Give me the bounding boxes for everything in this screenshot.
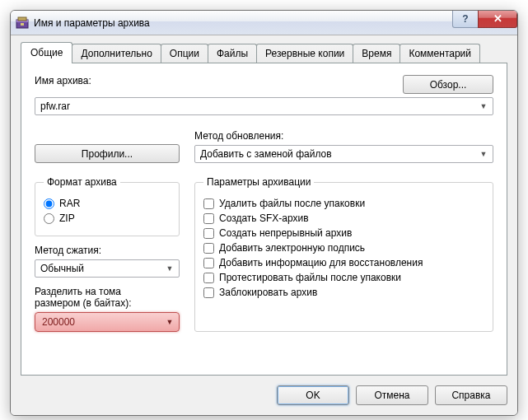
split-size-value: 200000 bbox=[42, 316, 164, 328]
help-footer-button[interactable]: Справка bbox=[435, 385, 507, 405]
help-button[interactable]: ? bbox=[452, 10, 479, 28]
param-label: Создать непрерывный архив bbox=[219, 227, 352, 239]
params-fieldset: Параметры архивации Удалить файлы после … bbox=[194, 176, 493, 332]
tab-files[interactable]: Файлы bbox=[208, 44, 257, 63]
format-legend: Формат архива bbox=[44, 176, 120, 188]
dialog-window: Имя и параметры архива ? ✕ Общие Дополни… bbox=[10, 10, 518, 416]
compression-value: Обычный bbox=[40, 263, 164, 274]
close-button[interactable]: ✕ bbox=[478, 10, 517, 28]
help-icon: ? bbox=[462, 13, 468, 25]
ok-button[interactable]: OK bbox=[277, 385, 349, 405]
tab-options[interactable]: Опции bbox=[161, 44, 208, 63]
param-lock-checkbox[interactable] bbox=[203, 287, 214, 298]
archive-name-value: pfw.rar bbox=[40, 100, 478, 112]
tab-time[interactable]: Время bbox=[353, 44, 400, 63]
tabs: Общие Дополнительно Опции Файлы Резервны… bbox=[21, 44, 507, 63]
param-label: Добавить электронную подпись bbox=[219, 242, 365, 254]
param-label: Добавить информацию для восстановления bbox=[219, 257, 423, 268]
dialog-footer: OK Отмена Справка bbox=[21, 385, 507, 405]
svg-rect-2 bbox=[18, 17, 26, 21]
titlebar: Имя и параметры архива ? ✕ bbox=[11, 11, 517, 35]
app-icon bbox=[16, 16, 29, 30]
format-zip-label: ZIP bbox=[59, 212, 75, 224]
format-zip-radio[interactable] bbox=[44, 213, 54, 224]
svg-rect-3 bbox=[21, 23, 24, 26]
split-label: Разделить на тома размером (в байтах): bbox=[35, 286, 180, 309]
update-method-combo[interactable]: Добавить с заменой файлов ▼ bbox=[194, 145, 493, 163]
format-rar-label: RAR bbox=[59, 198, 80, 209]
param-label: Удалить файлы после упаковки bbox=[219, 198, 365, 209]
param-label: Заблокировать архив bbox=[219, 287, 317, 298]
tab-comment[interactable]: Комментарий bbox=[400, 44, 480, 63]
chevron-down-icon: ▼ bbox=[478, 102, 489, 110]
window-title: Имя и параметры архива bbox=[34, 17, 452, 29]
compression-label: Метод сжатия: bbox=[35, 245, 180, 256]
tab-panel-general: Имя архива: Обзор... pfw.rar ▼ Профили..… bbox=[21, 63, 507, 376]
chevron-down-icon: ▼ bbox=[478, 150, 489, 158]
format-rar-radio[interactable] bbox=[44, 198, 54, 209]
profiles-button[interactable]: Профили... bbox=[35, 144, 180, 163]
param-sfx-checkbox[interactable] bbox=[203, 213, 214, 224]
param-label: Протестировать файлы после упаковки bbox=[219, 272, 401, 283]
tab-backup[interactable]: Резервные копии bbox=[256, 44, 353, 63]
tab-general[interactable]: Общие bbox=[21, 42, 72, 63]
close-icon: ✕ bbox=[493, 12, 502, 25]
param-label: Создать SFX-архив bbox=[219, 212, 309, 224]
chevron-down-icon: ▼ bbox=[164, 264, 175, 273]
tab-advanced[interactable]: Дополнительно bbox=[72, 44, 161, 63]
param-solid-checkbox[interactable] bbox=[203, 228, 214, 239]
cancel-button[interactable]: Отмена bbox=[356, 385, 428, 405]
param-delete-after-checkbox[interactable] bbox=[203, 198, 214, 209]
param-test-checkbox[interactable] bbox=[203, 273, 214, 283]
browse-button[interactable]: Обзор... bbox=[403, 75, 493, 94]
update-method-label: Метод обновления: bbox=[194, 130, 493, 142]
compression-combo[interactable]: Обычный ▼ bbox=[35, 259, 180, 278]
split-size-combo[interactable]: 200000 ▼ bbox=[35, 312, 180, 332]
param-auth-checkbox[interactable] bbox=[203, 243, 214, 254]
chevron-down-icon: ▼ bbox=[164, 318, 175, 326]
format-fieldset: Формат архива RAR ZIP bbox=[35, 176, 180, 236]
update-method-value: Добавить с заменой файлов bbox=[200, 148, 478, 160]
param-recovery-checkbox[interactable] bbox=[203, 258, 214, 268]
archive-name-label: Имя архива: bbox=[35, 75, 91, 86]
content-area: Общие Дополнительно Опции Файлы Резервны… bbox=[11, 35, 517, 415]
params-legend: Параметры архивации bbox=[203, 176, 314, 188]
archive-name-combo[interactable]: pfw.rar ▼ bbox=[35, 97, 493, 115]
titlebar-buttons: ? ✕ bbox=[452, 11, 517, 35]
